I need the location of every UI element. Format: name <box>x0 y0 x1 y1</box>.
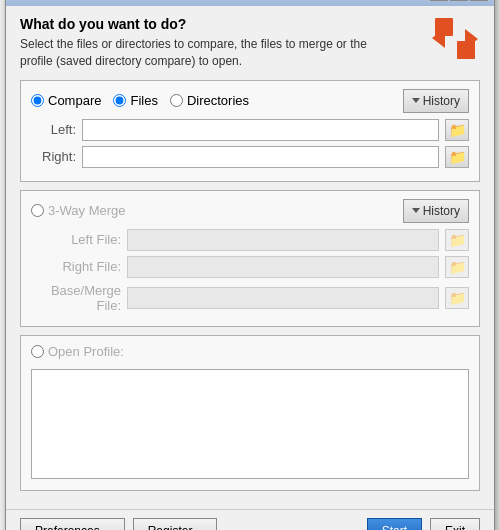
chevron-down-icon-merge <box>412 208 420 213</box>
folder-icon-right: 📁 <box>449 149 466 165</box>
merge-radio-item[interactable]: 3-Way Merge <box>31 203 126 218</box>
start-button[interactable]: Start <box>367 518 422 530</box>
base-merge-label: Base/Merge File: <box>31 283 121 313</box>
preferences-button[interactable]: Preferences... <box>20 518 125 530</box>
compare-radio[interactable] <box>31 94 44 107</box>
main-window: Welcome to SmartSynchronize — □ ✕ What d… <box>5 0 495 530</box>
footer-left: Preferences... Register... <box>20 518 217 530</box>
directories-radio[interactable] <box>170 94 183 107</box>
files-radio-item[interactable]: Files <box>113 93 157 108</box>
merge-history-label: History <box>423 204 460 218</box>
register-button[interactable]: Register... <box>133 518 217 530</box>
right-file-row: Right File: 📁 <box>31 256 469 278</box>
right-folder-button[interactable]: 📁 <box>445 146 469 168</box>
compare-radio-item[interactable]: Compare <box>31 93 101 108</box>
files-radio[interactable] <box>113 94 126 107</box>
files-label[interactable]: Files <box>130 93 157 108</box>
content-area: What do you want to do? Select the files… <box>6 6 494 509</box>
right-row: Right: 📁 <box>31 146 469 168</box>
compare-history-button[interactable]: History <box>403 89 469 113</box>
profile-textarea[interactable] <box>31 369 469 479</box>
directories-radio-item[interactable]: Directories <box>170 93 249 108</box>
profile-header: Open Profile: <box>31 344 469 359</box>
compare-label[interactable]: Compare <box>48 93 101 108</box>
maximize-button[interactable]: □ <box>450 0 468 1</box>
base-merge-input <box>127 287 439 309</box>
base-merge-row: Base/Merge File: 📁 <box>31 283 469 313</box>
logo-icon <box>430 16 480 61</box>
header-section: What do you want to do? Select the files… <box>20 16 480 70</box>
left-row: Left: 📁 <box>31 119 469 141</box>
folder-icon-base-merge: 📁 <box>449 290 466 306</box>
header-question: What do you want to do? <box>20 16 390 32</box>
left-file-label: Left File: <box>31 232 121 247</box>
merge-label[interactable]: 3-Way Merge <box>48 203 126 218</box>
right-label: Right: <box>31 149 76 164</box>
minimize-button[interactable]: — <box>430 0 448 1</box>
compare-title-row: Compare Files Directories <box>31 93 249 108</box>
profile-label[interactable]: Open Profile: <box>48 344 124 359</box>
right-file-label: Right File: <box>31 259 121 274</box>
compare-history-label: History <box>423 94 460 108</box>
header-text: What do you want to do? Select the files… <box>20 16 390 70</box>
merge-radio[interactable] <box>31 204 44 217</box>
folder-icon: 📁 <box>449 122 466 138</box>
right-file-input <box>127 256 439 278</box>
profile-section: Open Profile: <box>20 335 480 491</box>
folder-icon-left-file: 📁 <box>449 232 466 248</box>
right-input[interactable] <box>82 146 439 168</box>
compare-type-group: Files Directories <box>113 93 249 108</box>
compare-section: Compare Files Directories <box>20 80 480 182</box>
chevron-down-icon <box>412 98 420 103</box>
right-file-folder-button: 📁 <box>445 256 469 278</box>
left-file-input <box>127 229 439 251</box>
base-merge-folder-button: 📁 <box>445 287 469 309</box>
compare-header: Compare Files Directories <box>31 89 469 113</box>
left-file-folder-button: 📁 <box>445 229 469 251</box>
left-input[interactable] <box>82 119 439 141</box>
folder-icon-right-file: 📁 <box>449 259 466 275</box>
merge-section: 3-Way Merge History Left File: 📁 Right F… <box>20 190 480 327</box>
header-description: Select the files or directories to compa… <box>20 36 390 70</box>
merge-header: 3-Way Merge History <box>31 199 469 223</box>
window-controls: — □ ✕ <box>430 0 488 1</box>
footer-right: Start Exit <box>367 518 480 530</box>
left-file-row: Left File: 📁 <box>31 229 469 251</box>
merge-history-button[interactable]: History <box>403 199 469 223</box>
profile-radio[interactable] <box>31 345 44 358</box>
close-button[interactable]: ✕ <box>470 0 488 1</box>
directories-label[interactable]: Directories <box>187 93 249 108</box>
left-label: Left: <box>31 122 76 137</box>
footer: Preferences... Register... Start Exit <box>6 509 494 530</box>
left-folder-button[interactable]: 📁 <box>445 119 469 141</box>
exit-button[interactable]: Exit <box>430 518 480 530</box>
profile-radio-item[interactable]: Open Profile: <box>31 344 124 359</box>
